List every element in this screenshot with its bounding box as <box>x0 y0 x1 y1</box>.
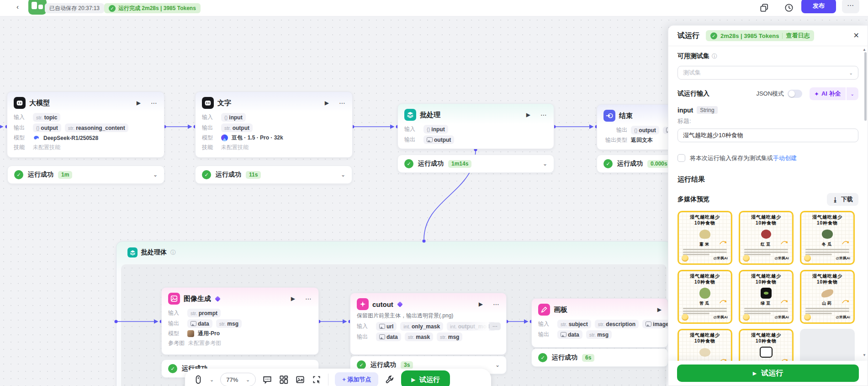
node-more-icon[interactable]: ⋯ <box>339 99 346 107</box>
status-llm[interactable]: ✓ 运行成功 1m ⌄ <box>7 166 164 184</box>
node-more-icon[interactable]: ⋯ <box>540 111 547 118</box>
scroll-down-icon[interactable]: ▼ <box>863 353 866 357</box>
back-icon[interactable]: ‹ <box>16 3 19 11</box>
pointer-mode-chevron-icon[interactable]: ⌄ <box>210 377 214 383</box>
chevron-down-icon: ⌄ <box>849 70 853 75</box>
panel-run-button[interactable]: ▶ 试运行 <box>677 365 859 382</box>
port-tag[interactable]: str.msg <box>586 330 612 339</box>
media-card[interactable]: 湿气越吃越少10种食物 苦瓜 @米枫Ai <box>677 270 732 324</box>
more-ports-icon[interactable]: ⋯ <box>489 322 501 330</box>
add-node-button[interactable]: + 添加节点 <box>335 372 378 386</box>
port-tag[interactable]: image <box>642 320 668 328</box>
image-upload-icon[interactable] <box>295 375 305 385</box>
chevron-down-icon[interactable]: ⌄ <box>341 172 345 178</box>
history-icon[interactable] <box>784 3 794 13</box>
type-icon <box>646 322 651 327</box>
port-tag[interactable]: {}output <box>33 123 61 132</box>
port-tag[interactable]: data <box>187 319 212 328</box>
port-tag[interactable]: str.output <box>221 123 253 132</box>
media-card[interactable]: 湿气越吃越少10种食物 绿豆 @米枫Ai <box>739 270 794 324</box>
status-text[interactable]: ✓ 运行成功 11s ⌄ <box>195 166 352 184</box>
node-more-icon[interactable]: ⋯ <box>151 99 158 107</box>
port-tag[interactable]: {}input <box>423 125 448 134</box>
node-more-icon[interactable]: ⋯ <box>493 300 500 308</box>
node-run-icon[interactable]: ▶ <box>479 301 483 307</box>
info-icon[interactable]: ⓘ <box>170 249 176 257</box>
json-mode-toggle[interactable] <box>788 90 802 98</box>
ai-complete-chevron-icon[interactable]: ⌄ <box>847 87 858 100</box>
success-icon: ✓ <box>168 364 177 373</box>
download-button[interactable]: ⭳下载 <box>827 193 858 206</box>
sparkle-icon: ✦ <box>814 91 819 97</box>
media-card[interactable]: 湿气越吃越少10种食物 <box>739 329 794 361</box>
port-tag[interactable]: str.subject <box>557 320 591 328</box>
copy-icon[interactable] <box>759 3 769 13</box>
port-tag[interactable]: data <box>376 332 401 341</box>
media-card[interactable]: 湿气越吃越少10种食物 红豆 @米枫Ai <box>739 211 794 265</box>
check-icon: ✓ <box>710 32 717 39</box>
port-tag[interactable]: str.prompt <box>187 309 221 317</box>
node-run-icon[interactable]: ▶ <box>657 306 662 313</box>
close-icon[interactable]: ✕ <box>853 31 859 40</box>
chevron-down-icon[interactable]: ⌄ <box>543 161 547 167</box>
status-board[interactable]: ✓ 运行成功 6s <box>531 348 668 367</box>
port-tag[interactable]: int.only_mask <box>400 322 443 331</box>
media-card[interactable]: 湿气越吃越少10种食物 山药 @米枫Ai <box>800 270 855 324</box>
app-logo[interactable] <box>28 0 47 15</box>
port-tag[interactable]: str.msg <box>216 319 242 328</box>
node-run-icon[interactable]: ▶ <box>291 295 295 302</box>
frame-select-icon[interactable] <box>312 375 322 385</box>
node-run-icon[interactable]: ▶ <box>526 112 530 118</box>
download-icon: ⭳ <box>832 196 838 203</box>
node-run-icon[interactable]: ▶ <box>325 100 329 106</box>
node-more-icon[interactable]: ⋯ <box>305 295 312 302</box>
port-tag[interactable]: str.mask <box>405 332 433 341</box>
publish-button[interactable]: 发布 <box>801 0 836 13</box>
media-card[interactable]: 湿气越吃越少10种食物 <box>677 329 732 361</box>
layout-grid-icon[interactable] <box>279 375 289 385</box>
canvas-run-button[interactable]: ▶ 试运行 <box>401 370 450 386</box>
node-board[interactable]: 画板 ▶ 输入 str.subjectstr.descriptionimages… <box>531 298 668 348</box>
testset-select[interactable]: 测试集 ⌄ <box>677 66 858 80</box>
port-tag[interactable]: str.description <box>595 320 639 328</box>
card-watermark: @米枫Ai <box>713 256 728 261</box>
ai-complete-button[interactable]: ✦AI 补全 ⌄ <box>810 87 858 100</box>
port-tag[interactable]: str.reasoning_content <box>65 123 128 132</box>
node-cutout[interactable]: cutout ▶ ⋯ 保留图片前景主体，输出透明背景(.png) 输入 urli… <box>350 293 507 355</box>
status-batch[interactable]: ✓ 运行成功 1m14s ⌄ <box>397 155 554 173</box>
type-icon <box>561 332 566 337</box>
info-icon[interactable]: ⓘ <box>712 53 717 60</box>
port-tag[interactable]: str.msg <box>437 332 462 341</box>
node-text[interactable]: 文字 ▶ ⋯ 输入 {}input 输出 str.output 模型 豆包 · … <box>195 91 353 158</box>
panel-scrollbar[interactable] <box>864 52 867 121</box>
node-run-icon[interactable]: ▶ <box>137 100 141 106</box>
chevron-down-icon[interactable]: ⌄ <box>495 362 500 368</box>
view-log-link[interactable]: 查看日志 <box>786 32 810 40</box>
save-testset-checkbox[interactable] <box>677 154 685 162</box>
port-tag[interactable]: data <box>557 330 582 339</box>
port-tag[interactable]: url <box>376 322 397 331</box>
comment-icon[interactable] <box>262 375 272 385</box>
port-tag[interactable]: {}input <box>221 113 246 122</box>
field-label: 标题: <box>677 117 858 125</box>
pleading-emoji-icon <box>743 255 750 262</box>
node-batch[interactable]: 批处理 ▶ ⋯ 输入 {}input 输出 output <box>397 103 554 149</box>
run-summary-badge[interactable]: ✓ 2m28s | 3985 Tokens 查看日志 <box>706 30 814 41</box>
success-icon: ✓ <box>14 170 23 179</box>
media-card[interactable]: 湿气越吃越少10种食物 冬瓜 @米枫Ai <box>800 211 855 265</box>
manual-create-link[interactable]: 手动创建 <box>773 155 797 161</box>
port-tag[interactable]: {}output <box>631 126 659 134</box>
zoom-select[interactable]: 77% ⌄ <box>220 373 256 386</box>
more-menu-icon[interactable]: ⋯ <box>842 0 859 13</box>
run-complete-badge[interactable]: ✓ 运行完成 2m28s | 3985 Tokens <box>104 3 201 13</box>
scroll-up-icon[interactable]: ▲ <box>863 48 866 52</box>
wrench-icon[interactable] <box>385 375 395 385</box>
port-tag[interactable]: str.topic <box>33 113 60 122</box>
node-image-gen[interactable]: 图像生成 ▶ ⋯ 输入 str.prompt 输出 datastr.msg 模型… <box>161 287 319 355</box>
chevron-down-icon[interactable]: ⌄ <box>153 172 158 178</box>
media-card[interactable]: 湿气越吃越少10种食物 薏米 @米枫Ai <box>677 211 732 265</box>
pointer-mode-icon[interactable] <box>193 375 203 385</box>
port-tag[interactable]: output <box>423 135 454 144</box>
node-llm[interactable]: 大模型 ▶ ⋯ 输入 str.topic 输出 {}outputstr.reas… <box>7 91 164 158</box>
run-input-field[interactable] <box>677 129 858 142</box>
